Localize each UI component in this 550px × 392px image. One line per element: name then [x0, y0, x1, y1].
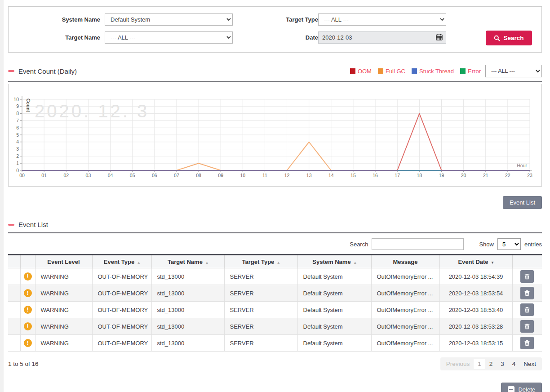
table-controls: Search Show 5 entries — [8, 238, 542, 250]
target-type-cell: SERVER — [224, 268, 297, 285]
row-delete-button[interactable] — [520, 270, 534, 283]
event-date-cell: 2020-12-03 18:53:40 — [439, 302, 512, 318]
column-label: Target Type — [242, 258, 275, 265]
svg-text:8: 8 — [16, 111, 19, 116]
target-name-select[interactable]: --- ALL --- — [105, 31, 233, 44]
table-row: !WARNINGOUT-OF-MEMORYstd_13000SERVERDefa… — [8, 268, 542, 285]
event-level-cell: WARNING — [35, 268, 92, 285]
column-label: Target Name — [168, 258, 203, 265]
event-date-cell: 2020-12-03 18:54:39 — [439, 268, 512, 285]
search-filter-panel: System Name Default System Target Name -… — [8, 6, 542, 53]
message-cell: OutOfMemoryError ... — [371, 302, 439, 318]
column-header-target-name[interactable]: Target Name▴ — [151, 255, 224, 268]
trash-icon — [524, 290, 530, 296]
column-header-message[interactable]: Message — [371, 255, 439, 268]
event-level-cell: WARNING — [35, 285, 92, 302]
page-size-select[interactable]: 5 — [497, 238, 521, 250]
page-3[interactable]: 3 — [497, 359, 508, 369]
column-label: Event Date — [458, 258, 488, 265]
event-type-cell: OUT-OF-MEMORY — [92, 302, 151, 318]
message-cell: OutOfMemoryError ... — [371, 318, 439, 335]
delete-button-label: Delete — [518, 386, 535, 392]
search-button[interactable]: Search — [486, 31, 532, 45]
page-next[interactable]: Next — [519, 359, 540, 369]
date-picker-button[interactable] — [433, 31, 445, 44]
event-table: Event LevelEvent Type▴Target Name▴Target… — [8, 254, 542, 352]
event-list-title: Event List — [18, 221, 48, 228]
column-header-event-type[interactable]: Event Type▴ — [92, 255, 151, 268]
results-summary: 1 to 5 of 16 — [8, 361, 39, 367]
event-level-icon-cell: ! — [20, 318, 35, 335]
page-4[interactable]: 4 — [508, 359, 520, 369]
system-name-select[interactable]: Default System — [105, 13, 233, 26]
row-delete-cell — [512, 302, 542, 318]
legend-swatch-icon — [350, 68, 355, 74]
column-header-target-type[interactable]: Target Type▴ — [224, 255, 297, 268]
legend-swatch-icon — [378, 68, 383, 74]
sort-asc-icon: ▴ — [138, 260, 140, 265]
event-level-icon-cell: ! — [20, 302, 35, 318]
column-label: Event Type — [104, 258, 134, 265]
row-select-cell — [8, 285, 20, 302]
svg-text:15: 15 — [350, 173, 356, 178]
date-input[interactable] — [318, 31, 446, 44]
row-select-cell — [8, 318, 20, 335]
row-select-cell — [8, 302, 20, 318]
calendar-icon — [436, 34, 443, 42]
target-type-cell: SERVER — [224, 335, 297, 352]
delete-button[interactable]: Delete — [501, 383, 542, 392]
system-name-cell: Default System — [297, 335, 371, 352]
page-previous[interactable]: Previous — [442, 359, 474, 369]
legend-label: Error — [468, 68, 481, 75]
sort-asc-icon: ▴ — [354, 260, 356, 265]
svg-text:08: 08 — [196, 173, 201, 178]
target-type-cell: SERVER — [224, 318, 297, 335]
event-level-icon-cell: ! — [20, 268, 35, 285]
svg-text:6: 6 — [16, 125, 19, 130]
chart-event-type-select[interactable]: --- ALL --- — [485, 65, 542, 77]
svg-text:00: 00 — [19, 173, 25, 178]
event-list-button-label: Event List — [510, 199, 535, 206]
warning-icon: ! — [24, 306, 32, 314]
system-name-cell: Default System — [297, 318, 371, 335]
event-type-cell: OUT-OF-MEMORY — [92, 335, 151, 352]
target-type-label: Target Type — [228, 13, 318, 26]
system-name-cell: Default System — [297, 285, 371, 302]
table-search-input[interactable] — [372, 238, 464, 250]
page-1[interactable]: 1 — [474, 359, 485, 369]
column-header-system-name[interactable]: System Name▴ — [297, 255, 371, 268]
svg-text:03: 03 — [86, 173, 91, 178]
svg-text:21: 21 — [483, 173, 488, 178]
entries-label: entries — [524, 241, 542, 248]
event-level-icon-cell: ! — [20, 285, 35, 302]
warning-icon: ! — [24, 272, 32, 281]
row-delete-button[interactable] — [520, 320, 534, 333]
svg-text:06: 06 — [152, 173, 157, 178]
legend-label: OOM — [358, 68, 372, 75]
legend-label: Full GC — [386, 68, 405, 75]
column-header-event-level[interactable]: Event Level — [35, 255, 92, 268]
row-delete-button[interactable] — [520, 287, 534, 299]
column-label: Event Level — [47, 258, 80, 265]
legend-swatch-icon — [460, 68, 466, 74]
svg-text:02: 02 — [63, 173, 69, 178]
page-left-margin — [0, 0, 4, 392]
event-level-cell: WARNING — [35, 302, 92, 318]
row-delete-button[interactable] — [520, 337, 534, 349]
column-label: Message — [393, 258, 418, 265]
svg-text:18: 18 — [417, 173, 422, 178]
row-delete-button[interactable] — [520, 303, 534, 316]
table-search-label: Search — [350, 241, 368, 248]
event-list-button[interactable]: Event List — [503, 196, 542, 209]
column-header-event-date[interactable]: Event Date▾ — [439, 255, 512, 268]
page-2[interactable]: 2 — [485, 359, 497, 369]
minus-icon — [508, 386, 515, 392]
target-type-select[interactable]: --- ALL --- — [318, 13, 446, 26]
column-header-blank-9 — [512, 255, 542, 268]
trash-icon — [524, 307, 530, 313]
svg-text:5: 5 — [16, 132, 19, 138]
svg-text:Hour: Hour — [517, 163, 527, 168]
target-name-cell: std_13000 — [151, 335, 224, 352]
target-name-label: Target Name — [10, 31, 100, 44]
svg-text:17: 17 — [395, 173, 400, 178]
